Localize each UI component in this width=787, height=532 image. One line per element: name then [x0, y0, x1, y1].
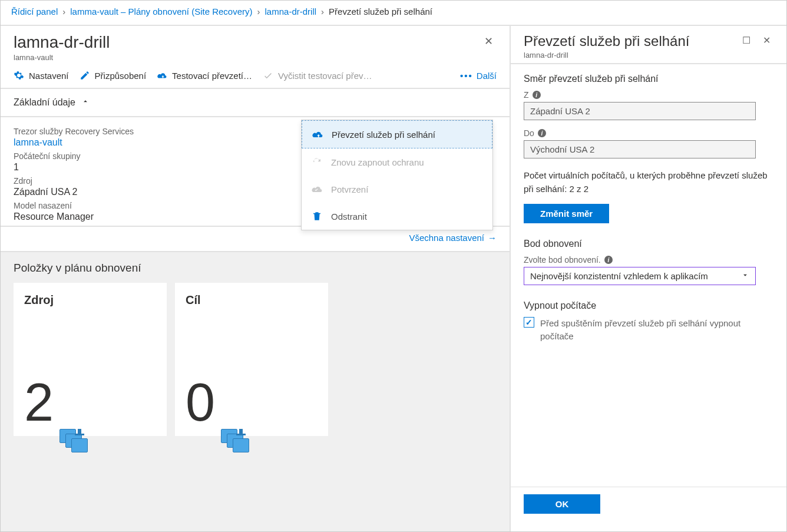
check-icon: [263, 70, 273, 81]
chevron-down-icon: [741, 271, 749, 281]
essentials-toggle[interactable]: Základní údaje: [1, 89, 510, 117]
recovery-point-value: Nejnovější konzistentní vzhledem k aplik…: [530, 271, 708, 281]
vault-label: Trezor služby Recovery Services: [14, 127, 316, 136]
test-failover-label: Testovací převzetí…: [172, 71, 252, 81]
essentials-heading: Základní údaje: [14, 97, 75, 108]
source-value: Západní USA 2: [14, 187, 316, 197]
customize-button[interactable]: Přizpůsobení: [80, 70, 147, 81]
settings-button[interactable]: Nastavení: [14, 70, 69, 81]
info-icon[interactable]: i: [604, 256, 613, 264]
tile-target-title: Cíl: [186, 293, 318, 307]
cleanup-button: Vyčistit testovací přev…: [263, 70, 372, 81]
settings-label: Nastavení: [29, 71, 69, 81]
breadcrumb-link-plan[interactable]: lamna-dr-drill: [265, 6, 317, 16]
info-icon[interactable]: i: [533, 91, 541, 99]
breadcrumb-link-vault[interactable]: lamma-vault – Plány obnovení (Site Recov…: [70, 6, 252, 16]
cleanup-label: Vyčistit testovací přev…: [278, 71, 372, 81]
page-subtitle: lamna-vault: [14, 53, 110, 62]
failover-panel: Převzetí služeb při selhání lamna-dr-dri…: [511, 26, 786, 531]
to-label: Do: [524, 128, 534, 138]
tile-target[interactable]: Cíl 0: [175, 283, 328, 436]
info-icon[interactable]: i: [538, 129, 546, 137]
vault-link[interactable]: lamna-vault: [14, 137, 62, 147]
chevron-up-icon: [81, 97, 90, 108]
menu-delete-label: Odstranit: [331, 212, 367, 222]
to-field: [524, 140, 756, 158]
from-label: Z: [524, 90, 529, 100]
menu-commit-label: Potvrzení: [331, 184, 368, 194]
gear-icon: [14, 70, 24, 81]
ok-button[interactable]: OK: [524, 494, 600, 514]
menu-failover-label: Převzetí služeb při selhání: [332, 130, 435, 140]
chevron-right-icon: ›: [321, 6, 324, 16]
tile-source-count: 2: [24, 376, 54, 429]
startgroups-value: 1: [14, 162, 316, 173]
source-label: Zdroj: [14, 176, 316, 186]
maximize-icon[interactable]: ☐: [739, 33, 753, 47]
tile-source[interactable]: Zdroj 2: [14, 283, 167, 436]
direction-heading: Směr převzetí služeb při selhání: [524, 74, 773, 84]
deploy-value: Resource Manager: [14, 212, 316, 222]
customize-label: Přizpůsobení: [95, 71, 147, 81]
more-label: Další: [477, 71, 497, 81]
panel-subtitle: lamna-dr-drill: [524, 51, 689, 60]
reprotect-icon: [311, 157, 323, 167]
shutdown-label: Před spuštěním převzetí služeb při selhá…: [540, 317, 773, 343]
startgroups-label: Počáteční skupiny: [14, 151, 316, 161]
pencil-icon: [80, 70, 90, 81]
cloud-upload-icon: [157, 70, 167, 81]
all-settings-link[interactable]: Všechna nastavení →: [1, 227, 510, 252]
recovery-label: Zvolte bod obnovení.: [524, 255, 601, 265]
main-blade: lamna-dr-drill lamna-vault ✕ Nastavení P…: [1, 26, 511, 531]
menu-item-delete[interactable]: Odstranit: [302, 203, 492, 230]
vm-count-text: Počet virtuálních počítačů, u kterých pr…: [524, 169, 773, 196]
shutdown-heading: Vypnout počítače: [524, 300, 773, 311]
more-menu: Převzetí služeb při selhání Znovu zapnou…: [301, 120, 493, 230]
menu-reprotect-label: Znovu zapnout ochranu: [331, 157, 424, 167]
close-icon[interactable]: ✕: [480, 33, 497, 49]
tile-target-count: 0: [186, 376, 215, 429]
menu-item-reprotect: Znovu zapnout ochranu: [302, 148, 492, 176]
page-title: lamna-dr-drill: [14, 33, 110, 52]
swap-direction-button[interactable]: Změnit směr: [524, 204, 609, 223]
breadcrumb: Řídicí panel › lamma-vault – Plány obnov…: [1, 1, 786, 26]
from-field: [524, 102, 756, 120]
recovery-heading: Bod obnovení: [524, 239, 773, 249]
breadcrumb-link-dashboard[interactable]: Řídicí panel: [11, 6, 58, 16]
recovery-point-select[interactable]: Nejnovější konzistentní vzhledem k aplik…: [524, 267, 756, 285]
deploy-label: Model nasazení: [14, 201, 316, 210]
cloud-check-icon: [311, 184, 323, 194]
all-settings-label: Všechna nastavení: [409, 233, 484, 243]
toolbar: Nastavení Přizpůsobení Testovací převzet…: [1, 65, 510, 89]
test-failover-button[interactable]: Testovací převzetí…: [157, 70, 252, 81]
panel-title: Převzetí služeb při selhání: [524, 33, 689, 49]
chevron-right-icon: ›: [257, 6, 260, 16]
more-button[interactable]: ••• Další: [461, 70, 497, 81]
ellipsis-icon: •••: [461, 70, 472, 81]
close-icon[interactable]: ✕: [759, 33, 773, 47]
tile-source-title: Zdroj: [24, 293, 156, 307]
chevron-right-icon: ›: [62, 6, 65, 16]
trash-icon: [311, 211, 323, 222]
cloud-failover-icon: [312, 129, 323, 140]
shutdown-checkbox[interactable]: ✓: [524, 317, 534, 328]
tiles-heading: Položky v plánu obnovení: [14, 262, 497, 275]
menu-item-commit: Potvrzení: [302, 176, 492, 203]
arrow-right-icon: →: [488, 233, 497, 243]
menu-item-failover[interactable]: Převzetí služeb při selhání: [302, 120, 492, 148]
breadcrumb-current: Převzetí služeb při selhání: [329, 6, 432, 16]
